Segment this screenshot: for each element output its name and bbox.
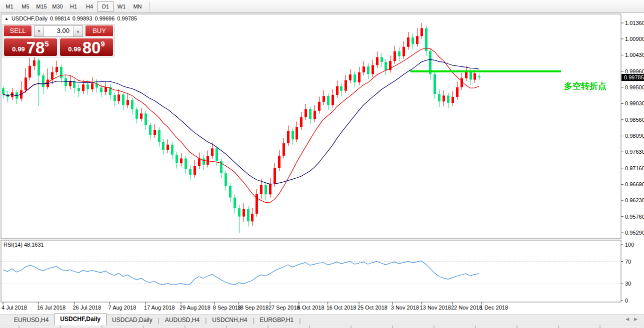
date-axis-label: 3 Nov 2018 — [391, 305, 419, 311]
volume-input[interactable]: 3.00 — [44, 26, 73, 36]
candle — [407, 37, 410, 47]
timeframe-button-h1[interactable]: H1 — [66, 1, 82, 12]
candle — [336, 86, 338, 95]
timeframe-button-mn[interactable]: MN — [130, 1, 146, 12]
timeframe-toolbar: M1M5M15M30H1H4D1W1MN — [0, 0, 644, 13]
sell-button[interactable]: SELL — [4, 25, 32, 37]
rsi-axis-label: 100 — [625, 242, 634, 248]
price-axis-label: 1.00430 — [625, 52, 644, 58]
candle — [398, 51, 400, 56]
timeframe-button-m15[interactable]: M15 — [34, 1, 50, 12]
rsi-indicator-label: RSI(14) 48.1631 — [4, 242, 44, 248]
chart-tab-usdcnh[interactable]: USDCNH,H4 — [206, 316, 252, 326]
bid-price-tile[interactable]: 0.99 78 5 — [4, 38, 57, 56]
tab-scroll-arrows: ◀ ▶ — [626, 317, 638, 322]
price-axis-label: 0.97160 — [625, 165, 644, 171]
tab-divider: | — [299, 316, 300, 326]
candle — [460, 78, 463, 87]
candle — [456, 87, 458, 97]
chart-tab-eurgbp[interactable]: EURGBP,H1 — [254, 316, 299, 326]
price-axis-label: 0.99500 — [625, 84, 644, 90]
ask-price-tile[interactable]: 0.99 80 9 — [60, 38, 113, 56]
candle — [131, 100, 134, 109]
candle — [33, 60, 36, 66]
ask-price-big-digits: 80 — [82, 40, 101, 55]
candle — [216, 148, 218, 161]
date-axis-label: 6 Oct 2018 — [298, 305, 324, 311]
timeframe-button-m5[interactable]: M5 — [18, 1, 34, 12]
buy-button[interactable]: BUY — [86, 25, 113, 37]
candle — [420, 28, 423, 36]
chart-tab-audusd[interactable]: AUDUSD,H4 — [160, 316, 205, 326]
candle — [202, 158, 205, 165]
date-axis-label: 8 Sep 2018 — [213, 305, 241, 311]
chart-tab-usdchf[interactable]: USDCHF,Daily — [54, 314, 106, 326]
candle — [28, 66, 31, 78]
chevron-up-icon: ▲ — [76, 29, 80, 33]
candle — [354, 74, 356, 82]
date-axis-label: 16 Jul 2018 — [37, 305, 66, 311]
candle — [372, 65, 374, 74]
candle — [104, 87, 107, 92]
candle — [287, 131, 290, 143]
volume-increase-button[interactable]: ▲ — [73, 26, 82, 36]
current-price-tag-label: 0.99785 — [624, 74, 644, 80]
price-axis-label: 0.96230 — [625, 197, 644, 203]
price-axis-label: 0.98090 — [625, 133, 644, 139]
candle — [344, 80, 347, 91]
timeframe-button-m30[interactable]: M30 — [50, 1, 66, 12]
date-axis-label: 17 Aug 2018 — [144, 305, 175, 311]
tab-scroll-left-icon[interactable]: ◀ — [626, 317, 629, 322]
timeframe-button-w1[interactable]: W1 — [114, 1, 130, 12]
candle — [64, 78, 67, 86]
date-axis-label: 29 Aug 2018 — [180, 305, 210, 311]
candle — [251, 214, 254, 221]
price-axis-label: 0.96690 — [625, 181, 644, 187]
candle — [478, 76, 480, 77]
chart-tab-usdcad[interactable]: USDCAD,Daily — [106, 316, 158, 326]
candle — [224, 173, 227, 186]
candle — [194, 166, 196, 175]
candle — [144, 113, 147, 125]
candle — [384, 62, 387, 70]
candle — [229, 186, 232, 198]
candle — [304, 109, 307, 117]
volume-decrease-button[interactable]: ▼ — [34, 26, 44, 36]
timeframe-button-m1[interactable]: M1 — [2, 1, 18, 12]
price-axis-label: 0.95290 — [625, 230, 644, 236]
candle — [42, 75, 44, 87]
tab-scroll-right-icon[interactable]: ▶ — [634, 317, 638, 322]
price-axis-label: 1.01360 — [625, 20, 644, 26]
candle — [425, 28, 428, 51]
candle — [184, 158, 187, 169]
candle — [318, 102, 320, 111]
date-axis-label: 18 Sep 2018 — [238, 305, 268, 311]
candle — [91, 83, 94, 89]
candle — [122, 94, 124, 105]
candle — [376, 57, 378, 65]
candle — [380, 57, 383, 62]
chevron-down-icon: ▼ — [38, 29, 41, 33]
candle — [282, 143, 285, 156]
candle — [300, 117, 302, 127]
candle — [60, 67, 62, 78]
candle — [24, 77, 27, 90]
candle — [332, 95, 334, 105]
collapse-arrow-icon[interactable]: ▲ — [4, 16, 8, 21]
candle — [474, 73, 476, 80]
candle — [412, 37, 414, 44]
candle — [327, 96, 330, 105]
date-axis-label: 13 Nov 2018 — [420, 305, 451, 311]
candle — [154, 130, 156, 135]
date-axis-label: 4 Jul 2018 — [2, 305, 27, 311]
candle — [452, 97, 454, 103]
candle — [136, 109, 138, 119]
quote-open: 0.99814 — [50, 15, 70, 21]
chart-generated-layers: 1.013601.009001.004300.999600.995000.990… — [0, 13, 644, 328]
timeframe-button-h4[interactable]: H4 — [82, 1, 98, 12]
timeframe-button-d1[interactable]: D1 — [98, 1, 114, 12]
quote-high: 0.99893 — [72, 15, 92, 21]
candle — [314, 111, 316, 119]
chart-tab-eurusd[interactable]: EURUSD,H4 — [8, 316, 54, 326]
quote-close: 0.99785 — [117, 15, 137, 21]
